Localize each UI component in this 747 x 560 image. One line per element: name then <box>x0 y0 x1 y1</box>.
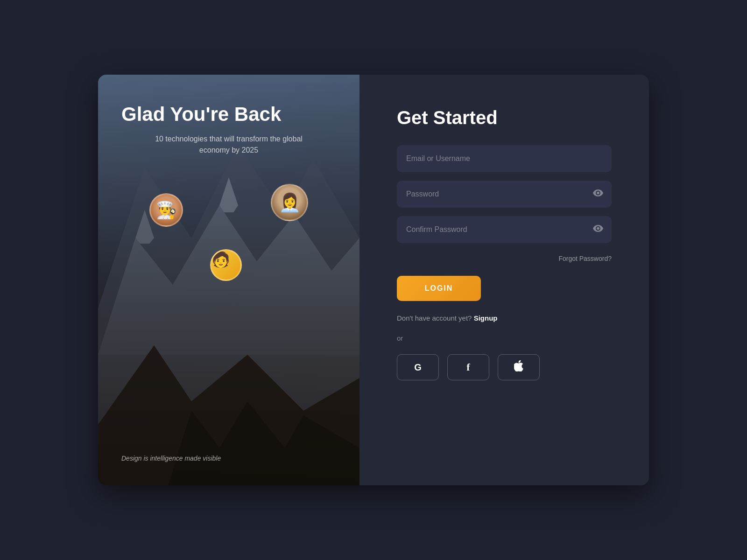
signup-link[interactable]: Signup <box>474 314 498 322</box>
signup-row: Don't have account yet? Signup <box>397 314 612 322</box>
email-input[interactable] <box>397 145 612 172</box>
main-card: Glad You're Back 10 technologies that wi… <box>98 75 649 485</box>
apple-login-button[interactable] <box>498 354 540 380</box>
email-input-group <box>397 145 612 172</box>
signup-prompt-text: Don't have account yet? <box>397 314 472 322</box>
forgot-password-container: Forgot Password? <box>397 254 612 263</box>
forgot-password-link[interactable]: Forgot Password? <box>558 255 612 262</box>
facebook-icon: f <box>466 361 470 373</box>
avatar-3: 🧑 <box>210 249 242 281</box>
confirm-password-input-group <box>397 216 612 243</box>
avatar-1: 👨‍🍳 <box>149 193 183 227</box>
password-input-group <box>397 181 612 208</box>
password-input[interactable] <box>397 181 612 208</box>
avatar-2: 👩‍💼 <box>271 184 308 221</box>
right-panel: Get Started Forgot Password? <box>359 75 649 485</box>
facebook-login-button[interactable]: f <box>447 354 489 380</box>
google-icon: G <box>414 362 422 373</box>
avatars-container: 👨‍🍳 👩‍💼 🧑 <box>121 156 336 455</box>
form-title: Get Started <box>397 107 612 128</box>
left-subtitle: 10 technologies that will transform the … <box>149 133 308 156</box>
left-footer: Design is intelligence made visible <box>121 455 336 462</box>
password-eye-icon[interactable] <box>593 189 603 199</box>
left-panel: Glad You're Back 10 technologies that wi… <box>98 75 359 485</box>
confirm-password-input[interactable] <box>397 216 612 243</box>
or-divider: or <box>397 334 612 342</box>
social-buttons-container: G f <box>397 354 612 380</box>
confirm-password-eye-icon[interactable] <box>593 225 603 235</box>
left-title: Glad You're Back <box>121 103 336 126</box>
apple-icon <box>514 360 523 374</box>
login-button[interactable]: LOGIN <box>397 276 481 301</box>
google-login-button[interactable]: G <box>397 354 439 380</box>
